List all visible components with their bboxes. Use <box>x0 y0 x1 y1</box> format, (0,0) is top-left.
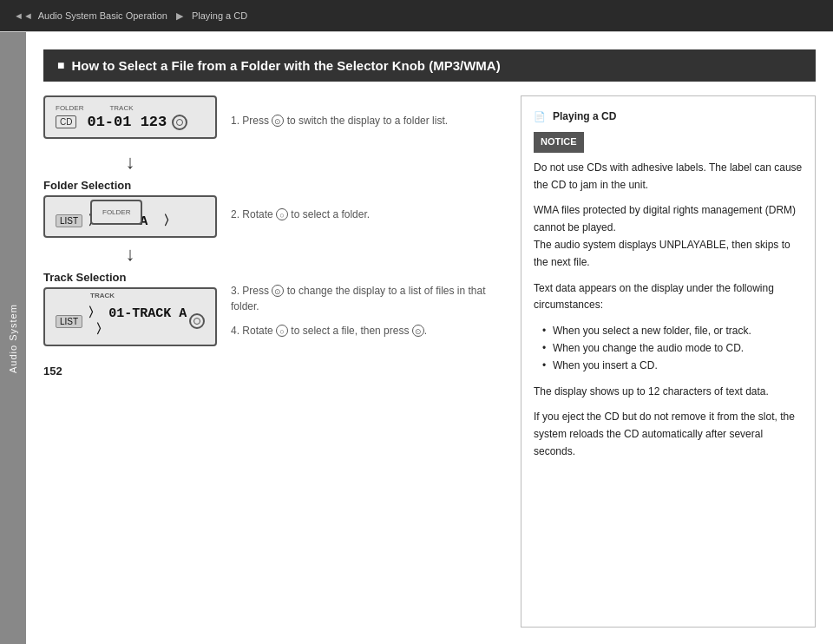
bullet-list: When you select a new folder, file, or t… <box>542 323 803 374</box>
disc-icon <box>172 115 187 130</box>
folder-small-label: FOLDER <box>90 200 142 225</box>
left-tab-label: Audio System <box>8 304 18 373</box>
step3-label: 3. Press ⊙ to change the display to a li… <box>231 285 486 312</box>
right-panel-title: 📄 Playing a CD <box>534 108 803 125</box>
para2: Text data appears on the display under t… <box>534 280 803 315</box>
right-panel: 📄 Playing a CD NOTICE Do not use CDs wit… <box>521 95 816 628</box>
press-icon-2: ⊙ <box>272 285 284 297</box>
arrow-down-icon-1: ↓ <box>126 151 135 174</box>
display1-label-row: FOLDER TRACK CD 01-01 123 <box>56 104 205 130</box>
folder-selection-label: Folder Selection <box>43 179 217 192</box>
notice-text-1: Do not use CDs with adhesive labels. The… <box>534 160 803 194</box>
track-small-label: TRACK <box>90 292 115 299</box>
rotate-icon-2: ○ <box>276 325 288 337</box>
bullet-2: When you change the audio mode to CD. <box>542 340 803 358</box>
step3-text: 3. Press ⊙ to change the display to a li… <box>231 283 503 314</box>
diagram-section: FOLDER TRACK CD 01-01 123 <box>43 95 503 347</box>
cd-icon: CD <box>56 115 76 128</box>
display1-value: 01-01 123 <box>87 114 167 130</box>
breadcrumb-2[interactable]: Playing a CD <box>192 10 247 21</box>
two-col-layout: FOLDER TRACK CD 01-01 123 <box>43 95 816 628</box>
display1-small-labels: FOLDER TRACK <box>56 104 205 112</box>
track-disp-text: LIST 〉 01-TRACK A 〉 <box>56 305 205 338</box>
bullet-1: When you select a new folder, file, or t… <box>542 323 803 340</box>
cd-display: FOLDER TRACK CD 01-01 123 <box>43 95 217 139</box>
arrow-down-1: ↓ <box>43 146 217 179</box>
folder-label: FOLDER <box>56 104 83 112</box>
right-panel-title-text: Playing a CD <box>553 108 616 125</box>
step2-text: 2. Rotate ○ to select a folder. <box>231 207 503 222</box>
folder-display: FOLDER LIST 〉 AAAAA 〉 <box>43 195 217 238</box>
rotate-icon-1: ○ <box>276 208 288 220</box>
page-number: 152 <box>43 365 503 378</box>
content-wrapper: How to Select a File from a Folder with … <box>26 32 833 644</box>
bullet-3: When you insert a CD. <box>542 358 803 375</box>
list-badge-track: LIST <box>56 315 82 328</box>
section-title: How to Select a File from a Folder with … <box>71 58 500 73</box>
para1: WMA files protected by digital rights ma… <box>534 202 803 271</box>
press-icon-3: ⊙ <box>412 325 424 337</box>
step1-text: 1. Press ⊙ to switch the display to a fo… <box>231 113 503 128</box>
notice-box: NOTICE <box>534 132 584 153</box>
breadcrumb-1[interactable]: Audio System Basic Operation <box>38 10 167 21</box>
track-display-value: 〉 01-TRACK A 〉 <box>88 305 189 338</box>
top-bar: ◄◄ Audio System Basic Operation ▶ Playin… <box>0 0 833 31</box>
breadcrumb-separator: ▶ <box>176 10 183 22</box>
step4-text: 4. Rotate ○ to select a file, then press… <box>231 323 503 338</box>
para3: The display shows up to 12 characters of… <box>534 384 803 401</box>
arrow-down-icon-2: ↓ <box>126 243 135 266</box>
disc-icon-2 <box>189 313 205 329</box>
main-content: Audio System How to Select a File from a… <box>0 32 833 644</box>
diagram-col: FOLDER TRACK CD 01-01 123 <box>43 95 217 347</box>
press-icon-1: ⊙ <box>272 115 284 127</box>
arrow-down-2: ↓ <box>43 238 217 271</box>
nav-arrow-icon: ◄◄ <box>14 10 33 21</box>
step4-label: 4. Rotate ○ to select a file, then press… <box>231 325 427 337</box>
right-panel-body: Do not use CDs with adhesive labels. The… <box>534 160 803 461</box>
bookmark-icon: 📄 <box>534 109 546 125</box>
para4: If you eject the CD but do not remove it… <box>534 409 803 460</box>
track-label: TRACK <box>109 104 133 112</box>
step1-label: 1. Press ⊙ to switch the display to a fo… <box>231 115 448 127</box>
section-header: How to Select a File from a Folder with … <box>43 49 816 82</box>
left-column: FOLDER TRACK CD 01-01 123 <box>43 95 503 628</box>
step2-label: 2. Rotate ○ to select a folder. <box>231 208 370 220</box>
steps-col: 1. Press ⊙ to switch the display to a fo… <box>231 95 503 347</box>
display1-main-text: CD 01-01 123 <box>56 114 205 130</box>
left-tab: Audio System <box>0 32 26 644</box>
track-display: TRACK LIST 〉 01-TRACK A 〉 <box>43 287 217 346</box>
track-selection-label: Track Selection <box>43 271 217 284</box>
list-badge-folder: LIST <box>56 214 82 227</box>
